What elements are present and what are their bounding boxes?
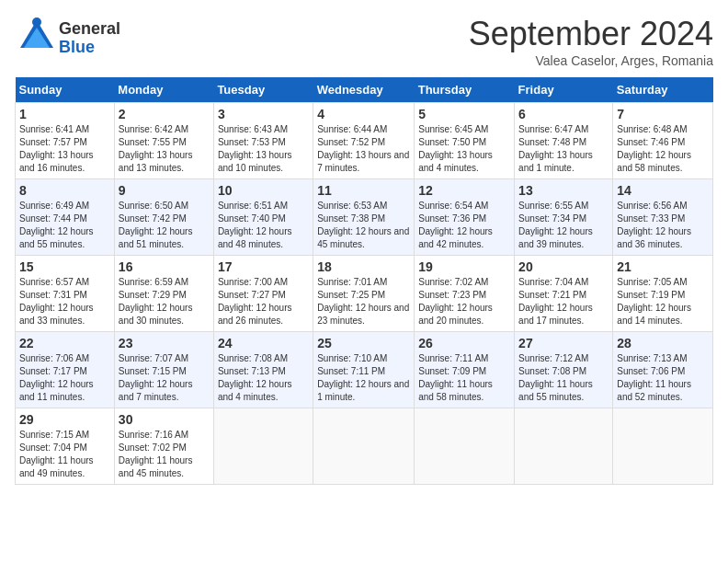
day-number: 26 [418,336,510,350]
calendar-cell: 28Sunrise: 7:13 AM Sunset: 7:06 PM Dayli… [613,332,713,408]
calendar-cell [613,408,713,485]
calendar-cell: 4Sunrise: 6:44 AM Sunset: 7:52 PM Daylig… [313,103,415,179]
day-number: 29 [19,412,110,427]
day-number: 13 [518,183,609,198]
day-number: 11 [317,183,410,198]
day-detail: Sunrise: 6:48 AM Sunset: 7:46 PM Dayligh… [617,123,709,175]
day-detail: Sunrise: 6:49 AM Sunset: 7:44 PM Dayligh… [19,200,110,251]
calendar-cell: 18Sunrise: 7:01 AM Sunset: 7:25 PM Dayli… [313,256,415,332]
calendar-cell: 13Sunrise: 6:55 AM Sunset: 7:34 PM Dayli… [515,179,613,256]
calendar-cell: 29Sunrise: 7:15 AM Sunset: 7:04 PM Dayli… [16,408,115,485]
day-detail: Sunrise: 6:41 AM Sunset: 7:57 PM Dayligh… [19,123,110,175]
day-detail: Sunrise: 6:55 AM Sunset: 7:34 PM Dayligh… [518,200,609,251]
calendar-cell: 20Sunrise: 7:04 AM Sunset: 7:21 PM Dayli… [515,256,613,332]
day-detail: Sunrise: 6:47 AM Sunset: 7:48 PM Dayligh… [518,123,609,175]
calendar-cell: 17Sunrise: 7:00 AM Sunset: 7:27 PM Dayli… [213,256,313,332]
day-number: 19 [418,259,510,274]
calendar-cell: 5Sunrise: 6:45 AM Sunset: 7:50 PM Daylig… [415,103,515,179]
day-detail: Sunrise: 6:59 AM Sunset: 7:29 PM Dayligh… [119,276,210,327]
day-detail: Sunrise: 6:51 AM Sunset: 7:40 PM Dayligh… [218,200,309,251]
logo: General Blue [15,15,120,63]
logo-blue: Blue [59,39,120,57]
header-row: SundayMondayTuesdayWednesdayThursdayFrid… [16,77,713,103]
day-number: 28 [617,336,709,350]
day-number: 7 [617,107,709,121]
calendar-cell [313,408,415,485]
calendar-week-row: 15Sunrise: 6:57 AM Sunset: 7:31 PM Dayli… [16,256,713,332]
calendar-cell: 1Sunrise: 6:41 AM Sunset: 7:57 PM Daylig… [16,103,115,179]
day-detail: Sunrise: 7:06 AM Sunset: 7:17 PM Dayligh… [19,352,110,404]
calendar-cell: 24Sunrise: 7:08 AM Sunset: 7:13 PM Dayli… [213,332,313,408]
day-number: 2 [119,107,210,121]
calendar-cell [515,408,613,485]
day-number: 25 [317,336,410,350]
day-detail: Sunrise: 7:15 AM Sunset: 7:04 PM Dayligh… [19,429,110,480]
day-detail: Sunrise: 7:02 AM Sunset: 7:23 PM Dayligh… [418,276,510,327]
header-friday: Friday [515,77,613,103]
day-number: 23 [119,336,210,350]
calendar-week-row: 1Sunrise: 6:41 AM Sunset: 7:57 PM Daylig… [16,103,713,179]
day-detail: Sunrise: 6:45 AM Sunset: 7:50 PM Dayligh… [418,123,510,175]
header-tuesday: Tuesday [213,77,313,103]
calendar-cell: 21Sunrise: 7:05 AM Sunset: 7:19 PM Dayli… [613,256,713,332]
logo-text: General Blue [59,20,120,57]
calendar-cell: 26Sunrise: 7:11 AM Sunset: 7:09 PM Dayli… [415,332,515,408]
calendar-week-row: 22Sunrise: 7:06 AM Sunset: 7:17 PM Dayli… [16,332,713,408]
calendar-cell: 30Sunrise: 7:16 AM Sunset: 7:02 PM Dayli… [114,408,213,485]
day-detail: Sunrise: 6:43 AM Sunset: 7:53 PM Dayligh… [218,123,309,175]
logo-general: General [59,20,120,39]
day-number: 17 [218,259,309,274]
day-number: 9 [119,183,210,198]
calendar-cell: 22Sunrise: 7:06 AM Sunset: 7:17 PM Dayli… [16,332,115,408]
calendar-cell: 15Sunrise: 6:57 AM Sunset: 7:31 PM Dayli… [16,256,115,332]
day-number: 6 [518,107,609,121]
calendar-cell: 12Sunrise: 6:54 AM Sunset: 7:36 PM Dayli… [415,179,515,256]
page-header: General Blue September 2024 Valea Caselo… [15,15,713,68]
calendar-cell: 3Sunrise: 6:43 AM Sunset: 7:53 PM Daylig… [213,103,313,179]
calendar-cell: 19Sunrise: 7:02 AM Sunset: 7:23 PM Dayli… [415,256,515,332]
calendar-cell: 8Sunrise: 6:49 AM Sunset: 7:44 PM Daylig… [16,179,115,256]
header-thursday: Thursday [415,77,515,103]
day-number: 3 [218,107,309,121]
day-number: 12 [418,183,510,198]
calendar-cell: 6Sunrise: 6:47 AM Sunset: 7:48 PM Daylig… [515,103,613,179]
day-number: 27 [518,336,609,350]
day-detail: Sunrise: 7:16 AM Sunset: 7:02 PM Dayligh… [119,429,210,480]
day-number: 30 [119,412,210,427]
calendar-cell: 2Sunrise: 6:42 AM Sunset: 7:55 PM Daylig… [114,103,213,179]
day-number: 5 [418,107,510,121]
calendar-cell: 11Sunrise: 6:53 AM Sunset: 7:38 PM Dayli… [313,179,415,256]
calendar-week-row: 29Sunrise: 7:15 AM Sunset: 7:04 PM Dayli… [16,408,713,485]
day-number: 4 [317,107,410,121]
header-sunday: Sunday [16,77,115,103]
svg-point-2 [32,17,41,27]
day-number: 8 [19,183,110,198]
day-number: 1 [19,107,110,121]
day-detail: Sunrise: 6:53 AM Sunset: 7:38 PM Dayligh… [317,200,410,251]
calendar-cell [213,408,313,485]
calendar-cell: 27Sunrise: 7:12 AM Sunset: 7:08 PM Dayli… [515,332,613,408]
calendar-cell: 10Sunrise: 6:51 AM Sunset: 7:40 PM Dayli… [213,179,313,256]
day-number: 14 [617,183,709,198]
day-number: 18 [317,259,410,274]
day-detail: Sunrise: 7:08 AM Sunset: 7:13 PM Dayligh… [218,352,309,404]
header-saturday: Saturday [613,77,713,103]
calendar-table: SundayMondayTuesdayWednesdayThursdayFrid… [15,77,713,485]
day-number: 16 [119,259,210,274]
calendar-cell: 9Sunrise: 6:50 AM Sunset: 7:42 PM Daylig… [114,179,213,256]
day-detail: Sunrise: 7:01 AM Sunset: 7:25 PM Dayligh… [317,276,410,327]
day-detail: Sunrise: 7:11 AM Sunset: 7:09 PM Dayligh… [418,352,510,404]
calendar-cell: 7Sunrise: 6:48 AM Sunset: 7:46 PM Daylig… [613,103,713,179]
day-detail: Sunrise: 7:00 AM Sunset: 7:27 PM Dayligh… [218,276,309,327]
title-section: September 2024 Valea Caselor, Arges, Rom… [469,15,713,68]
day-detail: Sunrise: 7:05 AM Sunset: 7:19 PM Dayligh… [617,276,709,327]
calendar-cell: 16Sunrise: 6:59 AM Sunset: 7:29 PM Dayli… [114,256,213,332]
day-detail: Sunrise: 6:57 AM Sunset: 7:31 PM Dayligh… [19,276,110,327]
location-subtitle: Valea Caselor, Arges, Romania [469,53,713,68]
day-detail: Sunrise: 7:12 AM Sunset: 7:08 PM Dayligh… [518,352,609,404]
day-number: 10 [218,183,309,198]
calendar-week-row: 8Sunrise: 6:49 AM Sunset: 7:44 PM Daylig… [16,179,713,256]
day-detail: Sunrise: 6:50 AM Sunset: 7:42 PM Dayligh… [119,200,210,251]
day-detail: Sunrise: 7:10 AM Sunset: 7:11 PM Dayligh… [317,352,410,404]
day-detail: Sunrise: 7:07 AM Sunset: 7:15 PM Dayligh… [119,352,210,404]
